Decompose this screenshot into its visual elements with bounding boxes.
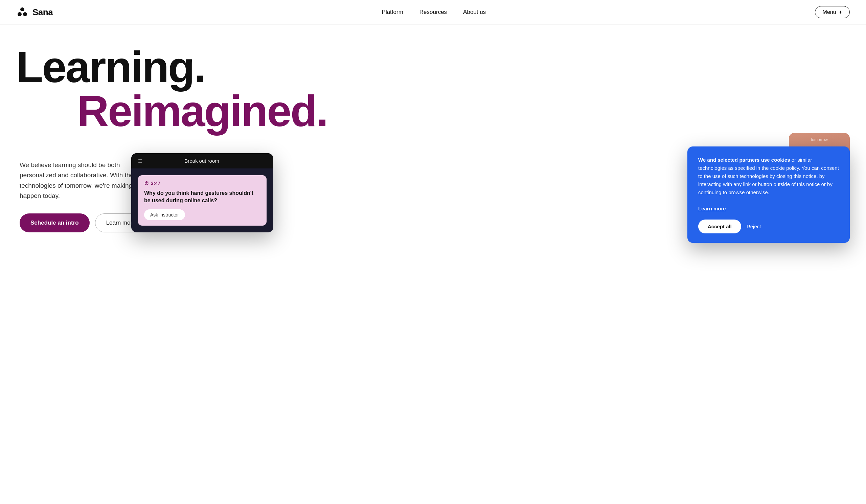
question-text: Why do you think hand gestures shouldn't… — [144, 189, 260, 205]
hero-buttons: Schedule an intro Learn more — [20, 213, 145, 232]
nav-link-resources[interactable]: Resources — [420, 9, 447, 15]
nav-logo-group: Sana — [16, 6, 53, 18]
question-card: ⏱ 3:47 Why do you think hand gestures sh… — [138, 175, 267, 226]
navigation: Sana Platform Resources About us Menu + — [0, 0, 866, 25]
breakout-room-card: ☰ Break out room ⏱ 3:47 Why do you think… — [131, 153, 273, 232]
menu-button[interactable]: Menu + — [815, 6, 850, 18]
nav-link-about[interactable]: About us — [463, 9, 486, 15]
menu-plus-icon: + — [839, 9, 842, 15]
cookie-learn-more-link[interactable]: Learn more — [698, 206, 726, 211]
menu-label: Menu — [823, 9, 836, 15]
question-timer: ⏱ 3:47 — [144, 181, 260, 186]
sana-wordmark: Sana — [32, 7, 53, 18]
svg-point-3 — [21, 11, 24, 13]
ask-instructor-button[interactable]: Ask instructor — [144, 209, 185, 220]
reject-button[interactable]: Reject — [747, 224, 761, 229]
accept-all-button[interactable]: Accept all — [698, 220, 741, 233]
hero-title-line2: Reimagined. — [16, 89, 850, 133]
breakout-room-title: Break out room — [146, 158, 257, 164]
cookie-text: We and selected partners use cookies or … — [698, 156, 839, 213]
hero-title-line1: Learning. — [16, 45, 850, 89]
cookie-banner: We and selected partners use cookies or … — [687, 146, 850, 243]
photo-strip-label: tomorrow — [795, 136, 844, 143]
breakout-card-body: ⏱ 3:47 Why do you think hand gestures sh… — [131, 168, 273, 232]
sana-logo-icon — [16, 6, 29, 18]
timer-icon: ⏱ — [144, 181, 149, 186]
hero-section: Learning. Reimagined. We believe learnin… — [0, 25, 866, 343]
breakout-menu-icon: ☰ — [138, 158, 142, 164]
nav-link-platform[interactable]: Platform — [382, 9, 403, 15]
svg-point-1 — [18, 12, 22, 16]
hero-description: We believe learning should be both perso… — [20, 160, 145, 201]
hero-content-wrapper: We believe learning should be both perso… — [16, 133, 850, 343]
hero-heading-purple: Reimagined. — [16, 86, 327, 136]
cookie-bold-text: We and selected partners use cookies — [698, 157, 790, 163]
hero-heading-black: Learning. — [16, 42, 205, 92]
svg-point-2 — [23, 12, 27, 16]
breakout-card-header: ☰ Break out room — [131, 153, 273, 168]
cookie-buttons: Accept all Reject — [698, 220, 839, 233]
timer-value: 3:47 — [151, 181, 160, 186]
nav-links: Platform Resources About us — [382, 9, 486, 15]
schedule-intro-button[interactable]: Schedule an intro — [20, 213, 90, 232]
hero-body: We believe learning should be both perso… — [16, 133, 145, 232]
photo-tomorrow-label: tomorrow — [811, 137, 828, 142]
